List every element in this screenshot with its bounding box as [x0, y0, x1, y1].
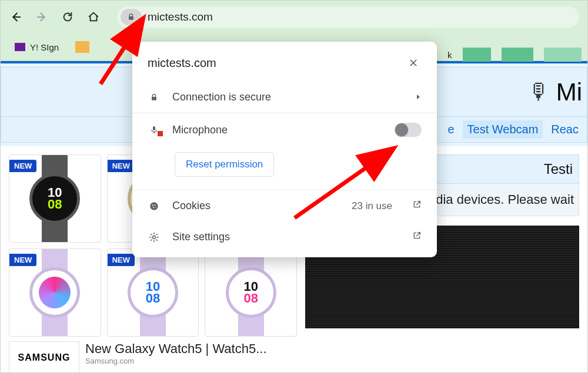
favicon-swatch [75, 41, 89, 53]
new-badge: NEW [9, 160, 36, 172]
new-badge: NEW [9, 254, 36, 266]
forward-button[interactable] [35, 10, 49, 24]
cookies-label: Cookies [172, 200, 340, 212]
cookie-icon [148, 201, 161, 211]
bookmark-label: Y! SIgn [30, 42, 59, 52]
lock-icon [148, 93, 161, 102]
watch-image: 1008 [205, 249, 296, 336]
microphone-toggle[interactable] [395, 123, 422, 137]
favicon-swatch [463, 48, 491, 62]
microphone-label: Microphone [172, 124, 383, 136]
svg-rect-2 [153, 126, 155, 130]
nav-toolbar: mictests.com [1, 1, 587, 33]
close-button[interactable] [405, 55, 422, 71]
cookies-count: 23 in use [352, 200, 392, 212]
microphone-blocked-icon [148, 125, 161, 135]
reset-permission-button[interactable]: Reset permission [175, 152, 274, 177]
open-external-icon [412, 200, 422, 212]
svg-rect-1 [152, 96, 156, 100]
microphone-icon: 🎙 [528, 79, 550, 105]
svg-point-5 [155, 204, 156, 205]
site-settings-row[interactable]: Site settings [132, 221, 437, 253]
open-external-icon [412, 231, 422, 243]
site-info-popover: mictests.com Connection is secure Microp… [132, 42, 437, 257]
chevron-right-icon [415, 91, 422, 103]
gear-icon [148, 232, 161, 243]
product-card[interactable]: NEW 1008 [9, 154, 101, 243]
page-title-text: Mi [556, 78, 582, 106]
ad-footer: SAMSUNG New Galaxy Watch5 | Watch5... Sa… [9, 341, 297, 373]
close-icon [409, 58, 418, 68]
site-settings-label: Site settings [172, 231, 400, 243]
product-card[interactable]: 1008 [205, 248, 297, 337]
address-bar[interactable]: mictests.com [117, 6, 579, 28]
connection-label: Connection is secure [172, 91, 403, 103]
arrow-left-icon [9, 11, 22, 23]
bookmark-swatch-1[interactable] [71, 39, 94, 55]
svg-point-7 [155, 206, 156, 207]
mail-icon [15, 43, 25, 51]
bookmark-label-fragment: k [447, 50, 452, 60]
tab-webcam[interactable]: Test Webcam [463, 120, 543, 139]
ad-logo: SAMSUNG [9, 341, 79, 373]
site-identity-button[interactable] [121, 9, 142, 25]
ad-title[interactable]: New Galaxy Watch5 | Watch5... [85, 341, 297, 357]
svg-point-4 [152, 204, 153, 206]
bookmark-yahoo[interactable]: Y! SIgn [10, 40, 64, 55]
favicon-swatch [544, 48, 582, 62]
connection-row[interactable]: Connection is secure [132, 82, 437, 113]
back-button[interactable] [9, 10, 23, 24]
ad-subtitle: Samsung.com [85, 357, 297, 365]
reload-button[interactable] [61, 10, 75, 24]
tab-read[interactable]: Reac [546, 120, 583, 139]
product-card[interactable]: NEW 1008 [107, 248, 199, 337]
svg-point-3 [150, 202, 158, 210]
new-badge: NEW [108, 254, 135, 266]
tab-fragment[interactable]: e [443, 120, 459, 139]
popover-title: mictests.com [148, 56, 216, 70]
cookies-row[interactable]: Cookies 23 in use [132, 190, 437, 221]
lock-icon [126, 12, 136, 22]
product-card[interactable]: NEW [9, 248, 101, 337]
home-icon [87, 11, 100, 23]
svg-rect-0 [129, 16, 133, 20]
svg-point-8 [153, 236, 156, 238]
favicon-swatch [502, 48, 533, 62]
reload-icon [61, 11, 74, 23]
svg-point-6 [153, 207, 154, 208]
arrow-right-icon [35, 11, 48, 23]
bookmark-redacted-group: k [447, 48, 582, 62]
microphone-row: Microphone [132, 113, 437, 146]
page-title: 🎙 Mi [528, 78, 582, 106]
url-text: mictests.com [148, 11, 213, 23]
new-badge: NEW [108, 160, 135, 172]
home-button[interactable] [86, 10, 101, 24]
